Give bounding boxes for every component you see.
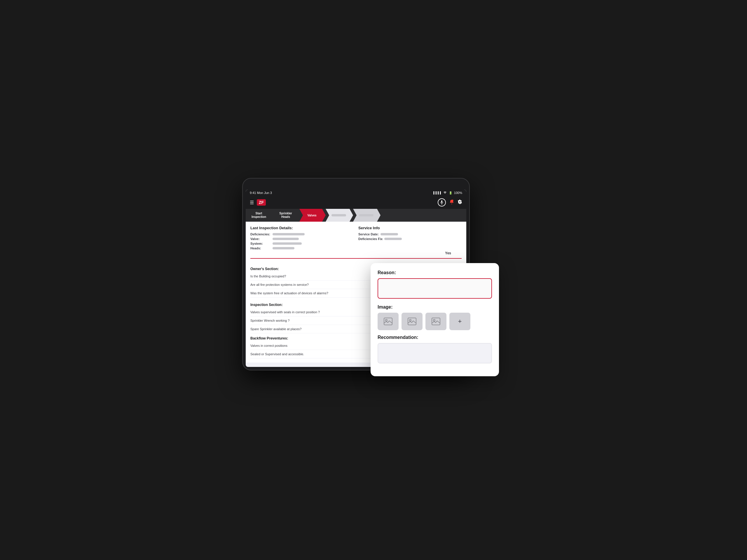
popup-card: Reason: Image: (370, 263, 499, 376)
service-info-title: Service Info (358, 226, 462, 230)
recommendation-input[interactable] (378, 343, 492, 364)
last-inspection-title: Last Inspection Details: (250, 226, 354, 230)
breadcrumb-nav: StartInspection SprinklerHeads Valves (246, 209, 466, 222)
svg-rect-8 (432, 318, 440, 325)
breadcrumb-step5[interactable] (353, 209, 381, 222)
deficiencies-row: Deficiencies: (250, 233, 354, 236)
system-row: System: (250, 242, 354, 245)
settings-button[interactable] (458, 199, 462, 205)
battery-icon: 🔋 (449, 191, 452, 194)
service-date-value (381, 233, 398, 235)
logo-badge: ZF (257, 199, 266, 206)
reason-label: Reason: (378, 270, 492, 275)
image-thumb-1[interactable] (378, 313, 398, 330)
svg-point-3 (452, 199, 454, 201)
wifi-icon (443, 191, 447, 194)
deficiencies-fixed-row: Deficiencies Fix (358, 237, 462, 241)
battery-percent: 100% (454, 191, 462, 194)
breadcrumb-step4[interactable] (326, 209, 353, 222)
deficiencies-value (273, 233, 305, 235)
breadcrumb-step5-placeholder (359, 214, 374, 216)
image-grid: + (378, 313, 492, 330)
svg-rect-6 (408, 318, 416, 325)
image-thumb-2[interactable] (402, 313, 422, 330)
status-bar: 9:41 Mon Jun 3 ▐▐▐▐ 🔋 100% (246, 190, 466, 196)
mic-button[interactable] (438, 198, 446, 207)
valve-row: Valve: (250, 237, 354, 241)
system-value (273, 242, 302, 245)
signal-icon: ▐▐▐▐ (433, 191, 441, 194)
app-header: ☰ ZF (246, 196, 466, 209)
svg-point-7 (409, 319, 411, 321)
deficiencies-fixed-value (384, 238, 402, 240)
breadcrumb-valves[interactable]: Valves (300, 209, 326, 222)
hamburger-icon[interactable]: ☰ (250, 200, 254, 205)
reason-input[interactable] (378, 278, 492, 299)
image-add-button[interactable]: + (449, 313, 470, 330)
image-thumb-3[interactable] (426, 313, 446, 330)
service-date-row: Service Date: (358, 233, 462, 236)
recommendation-label: Recommendation: (378, 335, 492, 340)
valve-value (273, 238, 299, 240)
divider (250, 258, 462, 259)
notification-button[interactable] (449, 199, 454, 206)
info-columns: Last Inspection Details: Deficiencies: V… (250, 226, 462, 251)
svg-rect-0 (441, 201, 442, 203)
scene: 9:41 Mon Jun 3 ▐▐▐▐ 🔋 100% ☰ ZF (242, 178, 505, 382)
breadcrumb-start-inspection[interactable]: StartInspection (246, 209, 273, 222)
heads-value (273, 247, 294, 249)
svg-point-9 (433, 319, 435, 321)
svg-point-5 (385, 319, 387, 321)
yes-header-row: Yes (250, 251, 462, 255)
status-time: 9:41 Mon Jun 3 (250, 191, 272, 194)
image-label: Image: (378, 304, 492, 310)
breadcrumb-step4-placeholder (332, 214, 346, 216)
heads-row: Heads: (250, 246, 354, 250)
svg-rect-4 (384, 318, 392, 325)
breadcrumb-sprinkler-heads[interactable]: SprinklerHeads (273, 209, 300, 222)
